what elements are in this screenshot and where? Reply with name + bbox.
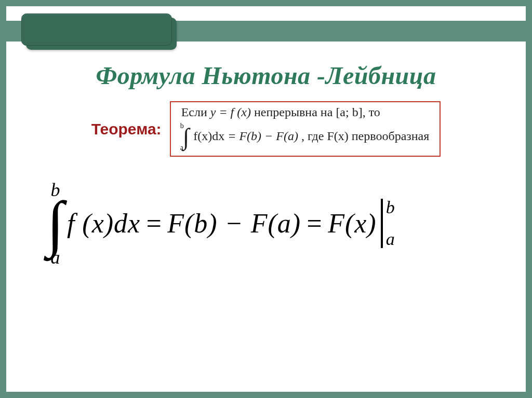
theorem-line2: b a ∫ f(x)dx = F(b) − F(a) , где F(x) пе… bbox=[181, 122, 430, 152]
rhs: F(b) − F(a) bbox=[239, 129, 298, 143]
equals: = bbox=[144, 208, 163, 239]
theorem-label: Теорема: bbox=[91, 120, 162, 138]
integral-big: b ∫ a bbox=[47, 181, 64, 267]
text: непрерывна на bbox=[251, 105, 336, 119]
function-yfx: y = f (x) bbox=[210, 105, 251, 119]
text: Если bbox=[181, 105, 210, 119]
header-tab bbox=[21, 13, 172, 46]
term-Fb-Fa: F(b) − F(a) bbox=[167, 208, 301, 239]
evaluation-limits: b a bbox=[386, 199, 395, 248]
lower-limit: a bbox=[386, 230, 395, 248]
equals: = bbox=[305, 208, 324, 239]
tail-text: , где F(x) первообразная bbox=[301, 129, 429, 143]
slide-title: Формула Ньютона -Лейбница bbox=[17, 61, 515, 90]
vertical-bar-icon bbox=[381, 199, 383, 248]
term-Fx: F(x) bbox=[328, 208, 376, 239]
text: , то bbox=[363, 105, 380, 119]
content-area: Формула Ньютона -Лейбница Теорема: Если … bbox=[6, 56, 526, 267]
theorem-line1: Если y = f (x) непрерывна на [a; b], то bbox=[181, 105, 430, 119]
theorem-box: Если y = f (x) непрерывна на [a; b], то … bbox=[170, 101, 441, 157]
slide-body: Формула Ньютона -Лейбница Теорема: Если … bbox=[6, 6, 526, 392]
evaluation-bar: b a bbox=[379, 199, 395, 248]
theorem-row: Теорема: Если y = f (x) непрерывна на [a… bbox=[17, 101, 515, 157]
integral-small: b a ∫ bbox=[181, 122, 191, 152]
interval: [a; b] bbox=[336, 105, 362, 119]
main-formula: b ∫ a f (x)dx = F(b) − F(a) = F(x) b a bbox=[17, 181, 515, 267]
integrand: f (x)dx bbox=[67, 208, 140, 239]
lower-limit: a bbox=[50, 248, 60, 267]
integral-sign-icon: ∫ bbox=[183, 128, 190, 147]
equals: = bbox=[228, 129, 239, 143]
integrand: f(x)dx bbox=[193, 129, 224, 143]
upper-limit: b bbox=[386, 199, 395, 216]
integral-sign-icon: ∫ bbox=[47, 199, 64, 248]
